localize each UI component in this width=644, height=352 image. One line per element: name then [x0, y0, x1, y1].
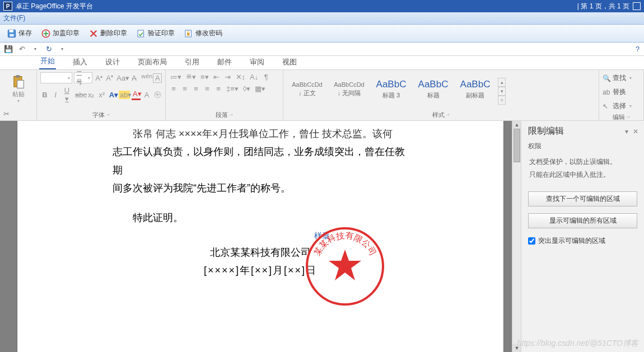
group-paragraph: ≔▾ ≝▾ ≡▾ ⇤ ⇥ ✕↕ A↓ ¶ ≡ ≡ ≡ ≡ ≡ ‡≡▾ ◊▾ ▦▾… [166, 70, 283, 120]
replace-button[interactable]: ab替换 [603, 86, 640, 98]
group-label-editing: 编辑 [603, 112, 640, 121]
menu-file[interactable]: 文件(F) [3, 13, 25, 23]
tab-layout[interactable]: 页面布局 [137, 55, 168, 69]
floppy-icon [7, 29, 17, 39]
qat-save-icon[interactable]: 💾 [4, 45, 12, 53]
tab-references[interactable]: 引用 [184, 55, 200, 69]
scroll-thumb[interactable] [514, 129, 520, 162]
font-color-icon[interactable]: A▾ [132, 89, 141, 100]
shading-icon[interactable]: ◊▾ [242, 84, 251, 93]
numbering-icon[interactable]: ≝▾ [185, 72, 197, 82]
text-direction-icon[interactable]: ✕↕ [235, 72, 247, 82]
group-styles: AaBbCcDd↓ 正文 AaBbCcDd↓ 无间隔 AaBbC标题 3 AaB… [283, 70, 599, 120]
svg-rect-1 [10, 30, 14, 32]
show-marks-icon[interactable]: ¶ [262, 72, 270, 82]
subscript-button[interactable]: x₂ [87, 90, 96, 100]
svg-rect-9 [17, 81, 24, 88]
styles-expand[interactable]: ▿ [498, 96, 506, 105]
style-normal[interactable]: AaBbCcDd↓ 正文 [287, 73, 328, 105]
scroll-down-icon[interactable]: ▼ [512, 344, 521, 352]
show-all-regions-button[interactable]: 显示可编辑的所有区域 [528, 213, 637, 228]
document-page: 张帛 何志 ××××年×月仕我单位工作，曾仕 技术总监。该何 志工作认真负责，以… [17, 121, 504, 352]
justify-icon[interactable]: ≡ [203, 84, 212, 93]
highlight-icon[interactable]: ab▾ [119, 91, 130, 99]
styles-scroll-down[interactable]: ▾ [498, 87, 506, 96]
delete-seal-button[interactable]: 删除印章 [85, 27, 130, 40]
seal-add-icon [41, 29, 51, 39]
styles-scroll-up[interactable]: ▴ [498, 78, 506, 87]
find-next-region-button[interactable]: 查找下一个可编辑的区域 [528, 191, 637, 206]
highlight-regions-checkbox[interactable]: 突出显示可编辑的区域 [528, 236, 637, 246]
change-password-button[interactable]: 修改密码 [180, 27, 226, 40]
sort-icon[interactable]: A↓ [249, 72, 259, 82]
strikethrough-button[interactable]: abc [74, 90, 85, 100]
text-effects-icon[interactable]: A▾ [108, 90, 117, 100]
bullets-icon[interactable]: ≔▾ [169, 72, 183, 82]
align-left-icon[interactable]: ≡ [169, 84, 178, 93]
scroll-up-icon[interactable]: ▲ [512, 121, 521, 129]
char-shading-icon[interactable]: A [142, 90, 151, 100]
bold-button[interactable]: B [40, 90, 49, 100]
app-toolbar: 保存 加盖印章 删除印章 验证印章 修改密码 [0, 25, 644, 43]
grow-font-icon[interactable]: A▴ [94, 73, 103, 83]
tab-review[interactable]: 审阅 [249, 55, 265, 69]
cut-icon[interactable]: ✂ [3, 110, 12, 119]
group-font: ▾ 二号▾ A▴ A▾ Aa▾ A̶ wén A B I U ▾ abc x₂ … [37, 70, 166, 120]
qat-undo-dropdown[interactable]: ▾ [31, 45, 39, 53]
italic-button[interactable]: I [51, 90, 60, 100]
multilevel-icon[interactable]: ≡▾ [199, 72, 210, 82]
tab-start[interactable]: 开始 [39, 54, 56, 69]
workspace: 张帛 何志 ××××年×月仕我单位工作，曾仕 技术总监。该何 志工作认真负责，以… [0, 121, 644, 352]
align-right-icon[interactable]: ≡ [192, 84, 200, 93]
save-button[interactable]: 保存 [3, 27, 35, 40]
style-heading3[interactable]: AaBbC标题 3 [371, 73, 412, 105]
seal-sample-label: 样章 [314, 229, 330, 243]
decrease-indent-icon[interactable]: ⇤ [212, 72, 221, 82]
style-nospacing[interactable]: AaBbCcDd↓ 无间隔 [329, 73, 370, 105]
increase-indent-icon[interactable]: ⇥ [223, 72, 232, 82]
select-button[interactable]: ↖选择▾ [603, 100, 640, 112]
align-center-icon[interactable]: ≡ [180, 84, 189, 93]
doc-cert-line: 特此证明。 [113, 209, 408, 227]
clear-format-icon[interactable]: A̶ [129, 73, 138, 83]
group-label-paragraph: 段落 [169, 110, 279, 119]
qat-redo-icon[interactable]: ↻ [45, 45, 53, 53]
panel-text-2: 只能在此区域中插入批注。 [521, 168, 644, 188]
panel-close-icon[interactable]: ✕ [633, 128, 638, 135]
qat-undo-icon[interactable]: ↶ [18, 45, 26, 53]
tab-design[interactable]: 设计 [104, 55, 121, 69]
borders-icon[interactable]: ▦▾ [254, 84, 267, 93]
line-spacing-icon[interactable]: ‡≡▾ [225, 84, 240, 93]
paste-button[interactable]: 粘贴 ▾ [3, 72, 33, 106]
tab-mail[interactable]: 邮件 [216, 55, 233, 69]
maximize-icon[interactable] [633, 2, 641, 10]
highlight-checkbox-input[interactable] [528, 237, 535, 245]
char-border-icon[interactable]: A [153, 73, 162, 83]
verify-seal-button[interactable]: 验证印章 [133, 27, 178, 40]
document-area[interactable]: 张帛 何志 ××××年×月仕我单位工作，曾仕 技术总监。该何 志工作认真负责，以… [0, 121, 521, 352]
vertical-scrollbar[interactable]: ▲ ▼ [512, 121, 521, 352]
change-case-icon[interactable]: Aa▾ [115, 73, 128, 83]
phonetic-icon[interactable]: wén [140, 72, 151, 83]
superscript-button[interactable]: x² [97, 90, 106, 100]
distribute-icon[interactable]: ≡ [214, 84, 223, 93]
panel-permissions-label: 权限 [521, 140, 644, 153]
panel-text-1: 文档受保护，以防止误编辑。 [521, 153, 644, 168]
qat-customize-dropdown[interactable]: ▾ [58, 45, 66, 53]
tab-view[interactable]: 视图 [281, 55, 298, 69]
enclose-char-icon[interactable]: ㊥ [153, 89, 162, 100]
tab-insert[interactable]: 插入 [72, 55, 88, 69]
help-icon[interactable]: ? [636, 45, 640, 53]
underline-button[interactable]: U ▾ [62, 86, 72, 104]
style-subtitle[interactable]: AaBbC副标题 [455, 73, 496, 105]
shrink-font-icon[interactable]: A▾ [105, 73, 114, 83]
doc-line-partial: 张帛 何志 ××××年×月仕我单位工作，曾仕 技术总监。该何 [113, 125, 408, 143]
style-heading[interactable]: AaBbC标题 [413, 73, 454, 105]
font-name-select[interactable]: ▾ [40, 72, 72, 83]
group-label-font: 字体 [40, 110, 162, 119]
font-size-select[interactable]: 二号▾ [74, 72, 92, 83]
find-button[interactable]: 🔍查找▾ [603, 72, 640, 84]
add-seal-button[interactable]: 加盖印章 [38, 27, 83, 40]
panel-dropdown-icon[interactable]: ▾ [625, 128, 628, 135]
menu-bar: 文件(F) [0, 12, 644, 25]
